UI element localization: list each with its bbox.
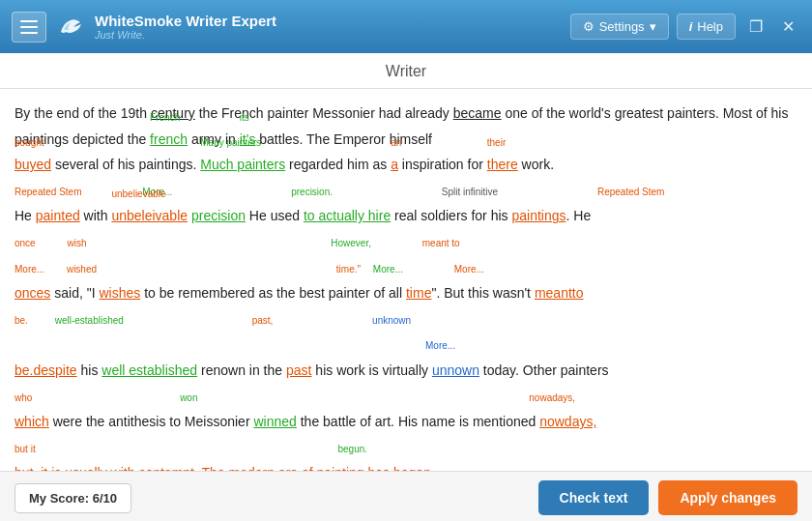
menu-button[interactable] xyxy=(12,12,46,43)
unbelievable-annotation: unbelievable unbeleivable xyxy=(111,203,188,229)
paintings2-annotation: paintings xyxy=(511,203,566,229)
bedespite-annotation: be.despite xyxy=(14,358,77,384)
writer-title: Writer xyxy=(0,53,812,89)
titlebar-left: WhiteSmoke Writer Expert Just Write. xyxy=(12,12,570,43)
bought-annotation: bought buyed xyxy=(14,152,51,178)
which-annotation: which xyxy=(14,409,49,435)
nowdays-annotation: nowdays, xyxy=(539,409,596,435)
wishes-annotation: wishes xyxy=(99,280,140,306)
settings-button[interactable]: ⚙ Settings ▾ xyxy=(570,14,669,40)
check-text-button[interactable]: Check text xyxy=(538,480,650,515)
app-title: WhiteSmoke Writer Expert xyxy=(95,13,276,29)
manypainters-annotation: Many painters Much painters xyxy=(200,152,285,178)
unknown-annotation: unnown xyxy=(432,358,479,384)
time-annotation: time xyxy=(406,280,431,306)
onces-annotation: onces xyxy=(14,280,50,306)
chevron-down-icon: ▾ xyxy=(650,19,656,34)
titlebar: WhiteSmoke Writer Expert Just Write. ⚙ S… xyxy=(0,0,812,53)
restore-button[interactable]: ❐ xyxy=(743,14,768,40)
text-area[interactable]: By the end of the 19th century the Frenc… xyxy=(0,89,812,471)
app-title-area: WhiteSmoke Writer Expert Just Write. xyxy=(95,13,276,41)
french-annotation: French french xyxy=(150,127,188,153)
settings-label: Settings xyxy=(599,19,645,34)
butit-annotation: but, it is usually with contempt. The mo… xyxy=(14,460,435,471)
app-subtitle: Just Write. xyxy=(95,29,276,41)
meantto-annotation: meantto xyxy=(535,280,584,306)
logo-icon xyxy=(56,13,85,42)
text-content: By the end of the 19th century the Frenc… xyxy=(14,101,793,471)
an-annotation: an a xyxy=(391,152,398,178)
bottom-bar: My Score: 6/10 Check text Apply changes xyxy=(0,471,812,521)
winned-annotation: winned xyxy=(253,409,296,435)
logo-area xyxy=(56,13,85,42)
precision-annotation: precision xyxy=(191,203,246,229)
their-annotation: their there xyxy=(487,152,518,178)
score-badge: My Score: 6/10 xyxy=(14,483,131,513)
became-annotation: became xyxy=(453,101,502,127)
painted-annotation: painted xyxy=(36,203,80,229)
apply-changes-button[interactable]: Apply changes xyxy=(658,480,798,515)
main-content: Writer By the end of the 19th century th… xyxy=(0,53,812,471)
help-label: Help xyxy=(697,19,723,34)
info-icon: i xyxy=(689,19,693,34)
close-button[interactable]: ✕ xyxy=(776,14,800,40)
help-button[interactable]: i Help xyxy=(677,14,736,40)
past-annotation: past xyxy=(286,358,311,384)
titlebar-right: ⚙ Settings ▾ i Help ❐ ✕ xyxy=(570,14,800,40)
wellestablished-annotation: well established xyxy=(102,358,197,384)
gear-icon: ⚙ xyxy=(583,19,594,34)
